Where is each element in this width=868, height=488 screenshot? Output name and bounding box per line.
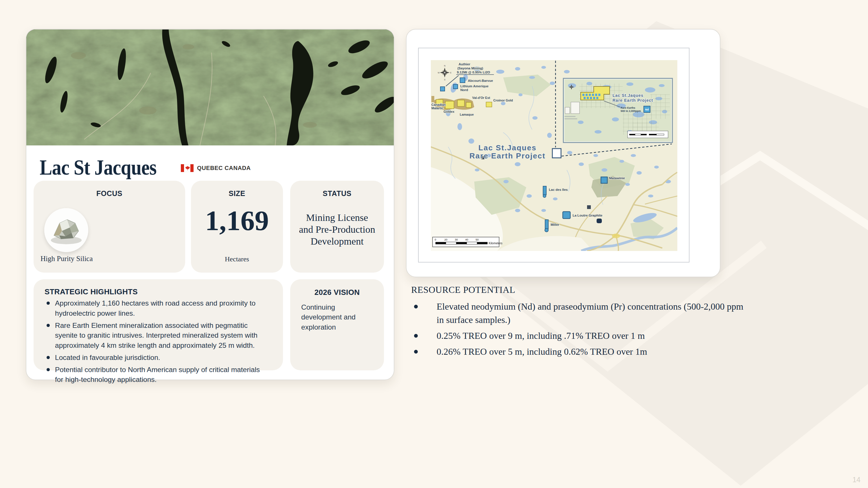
stat-box-focus: FOCUS High Purity Silica (34, 181, 185, 272)
svg-text:Croinor Gold: Croinor Gold (493, 99, 513, 102)
inset-scale-bar (627, 131, 668, 138)
svg-text:Rare Earth Project: Rare Earth Project (470, 152, 546, 160)
resource-potential-title: RESOURCE POTENTIAL (411, 285, 744, 295)
page-title: Lac St Jacques (40, 157, 157, 178)
svg-text:9.12Mt @ 0.95% Li2O: 9.12Mt @ 0.95% Li2O (457, 70, 490, 74)
list-item: 0.26% TREO over 5 m, including 0.62% TRE… (411, 345, 744, 358)
svg-text:Lamaque: Lamaque (460, 113, 474, 116)
regional-map: N E S W Authier (Sayona Mining) 9.12Mt @… (431, 60, 677, 251)
resource-potential-section: RESOURCE POTENTIAL Elevated neodymium (N… (411, 285, 744, 361)
svg-text:Lac St.Jaques: Lac St.Jaques (478, 143, 537, 152)
svg-text:Matawinie: Matawinie (609, 176, 625, 180)
svg-text:Goldex: Goldex (443, 110, 455, 113)
svg-text:50: 50 (476, 238, 479, 241)
list-item: Elevated neodymium (Nd) and praseodymium… (411, 300, 744, 326)
map-card: N E S W Authier (Sayona Mining) 9.12Mt @… (406, 29, 720, 277)
list-item: Located in favourable jurisdiction. (44, 353, 261, 363)
size-value: 1,169 (191, 204, 283, 237)
vision-title: 2026 VISION (290, 288, 384, 297)
project-card: Lac St Jacques QUEBEC CANADA FOCUS High … (26, 29, 394, 380)
town-marker (587, 205, 591, 209)
stat-box-size: SIZE 1,169 Hectares (191, 181, 283, 272)
strategic-highlights-list: Approximately 1,160 hectares with road a… (44, 298, 261, 387)
svg-text:0: 0 (435, 238, 436, 241)
svg-text:Miller: Miller (551, 223, 560, 226)
svg-text:Kilometers: Kilometers (489, 242, 502, 245)
list-item: Approximately 1,160 hectares with road a… (44, 298, 261, 319)
map-scale-bar: 0 20 30 40 50 Kilometers (433, 237, 502, 247)
svg-text:30: 30 (455, 238, 458, 241)
list-item: Rare Earth Element mineralization associ… (44, 321, 261, 351)
city-area (612, 234, 620, 238)
stat-box-status: STATUS Mining License and Pre-Production… (290, 181, 384, 272)
focus-label: FOCUS (34, 189, 185, 198)
svg-text:La Loutre Graphite: La Loutre Graphite (572, 214, 602, 217)
svg-text:Authier: Authier (459, 62, 470, 66)
svg-text:Rare Earth Project: Rare Earth Project (613, 98, 653, 103)
svg-text:S: S (444, 78, 445, 80)
location-badge: QUEBEC CANADA (181, 164, 251, 172)
svg-text:Val-d'Or Est: Val-d'Or Est (472, 96, 490, 99)
list-item: Potential contributor to North American … (44, 365, 261, 385)
highway-shield-icon (597, 219, 602, 223)
size-label: SIZE (191, 189, 283, 198)
svg-text:E: E (450, 72, 452, 74)
rock-sample-image (44, 208, 88, 252)
satellite-image (26, 30, 394, 145)
status-value: Mining License and Pre-Production Develo… (298, 212, 376, 247)
vision-text: Continuing development and exploration (301, 302, 374, 332)
svg-text:40: 40 (465, 238, 468, 241)
focus-value: High Purity Silica (40, 255, 93, 263)
list-item: 0.25% TREO over 9 m, including .71% TREO… (411, 329, 744, 342)
svg-text:(Sayona Mining): (Sayona Mining) (458, 66, 483, 70)
svg-text:20: 20 (444, 238, 447, 241)
svg-text:Lac St.Jaques: Lac St.Jaques (613, 93, 644, 98)
map-frame: N E S W Authier (Sayona Mining) 9.12Mt @… (418, 48, 689, 262)
svg-text:Lithium Amerique: Lithium Amerique (460, 85, 488, 88)
vision-box: 2026 VISION Continuing development and e… (290, 279, 384, 370)
svg-text:500 to 2,000ppm: 500 to 2,000ppm (621, 109, 641, 112)
svg-text:Malartic: Malartic (431, 106, 443, 110)
svg-text:Canadian: Canadian (431, 103, 446, 106)
size-unit: Hectares (191, 255, 283, 263)
strategic-highlights-title: STRATEGIC HIGHLIGHTS (44, 287, 138, 296)
canada-flag-icon (181, 164, 193, 172)
strategic-highlights-box: STRATEGIC HIGHLIGHTS Approximately 1,160… (34, 279, 283, 370)
svg-text:N: N (444, 65, 445, 67)
status-label: STATUS (290, 189, 384, 198)
svg-text:Rare Earths: Rare Earths (621, 106, 636, 109)
svg-text:Abcourt-Barvue: Abcourt-Barvue (468, 79, 493, 83)
page-number: 14 (852, 476, 861, 484)
svg-text:W: W (438, 72, 440, 74)
project-inset-map: Lac St.Jaques Rare Earth Project Rare Ea… (563, 78, 673, 142)
location-label: QUEBEC CANADA (197, 165, 251, 171)
svg-text:Nord: Nord (460, 88, 468, 92)
svg-text:Nd: Nd (645, 108, 649, 111)
svg-text:Lac des Iles: Lac des Iles (549, 188, 568, 191)
resource-potential-list: Elevated neodymium (Nd) and praseodymium… (411, 300, 744, 358)
